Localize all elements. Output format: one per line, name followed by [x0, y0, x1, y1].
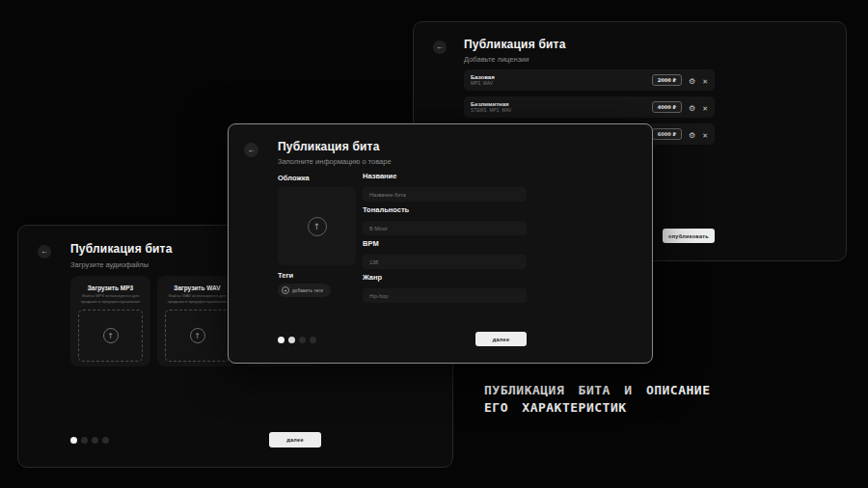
progress-dot	[278, 337, 285, 343]
license-settings-button[interactable]: ⚙	[689, 100, 695, 113]
add-tags-label: добавить теги	[292, 288, 323, 293]
license-name: Базовая	[471, 74, 652, 80]
close-icon: ✕	[702, 132, 708, 140]
next-button[interactable]: далее	[475, 332, 527, 346]
license-row: Безлимитная STEMS, MP3, WAV 4000 ₽ ⚙ ✕	[464, 96, 715, 118]
license-remove-button[interactable]: ✕	[702, 73, 708, 86]
upload-card-wav: Загрузить WAV Файлы WAV используются для…	[157, 276, 237, 366]
upload-card-mp3: Загрузить MP3 Файлы MP3 используются для…	[70, 276, 150, 366]
caption-line: ЕГО ХАРАКТЕРИСТИК	[484, 399, 711, 417]
progress-dot	[310, 337, 316, 343]
genre-input[interactable]	[363, 288, 527, 303]
license-remove-button[interactable]: ✕	[702, 127, 708, 140]
license-formats: MP3, WAV	[471, 81, 652, 86]
field-group: Тональность	[363, 205, 527, 235]
license-price-chip: 6000 ₽	[652, 128, 682, 140]
license-price-chip: 2000 ₽	[652, 74, 682, 86]
back-button[interactable]: ←	[433, 41, 447, 54]
progress-dots	[70, 437, 109, 444]
bpm-label: BPM	[363, 239, 527, 248]
page-title: Публикация бита	[278, 140, 380, 153]
back-button[interactable]: ←	[38, 245, 51, 258]
caption: ПУБЛИКАЦИЯ БИТА И ОПИСАНИЕ ЕГО ХАРАКТЕРИ…	[484, 382, 711, 416]
upload-arrow-icon: ↑	[103, 328, 119, 343]
cover-upload-area[interactable]: ↑	[278, 187, 356, 265]
field-group: Жанр	[363, 273, 527, 303]
field-group: BPM	[363, 239, 527, 269]
license-name: Безлимитная	[471, 101, 652, 107]
wav-dropzone[interactable]: ↑	[165, 310, 230, 362]
publish-button[interactable]: опубликовать	[663, 229, 715, 243]
progress-dot	[299, 337, 306, 343]
license-settings-button[interactable]: ⚙	[689, 73, 695, 86]
next-button[interactable]: далее	[269, 432, 321, 447]
key-label: Тональность	[363, 205, 527, 214]
close-icon: ✕	[702, 78, 708, 86]
gear-icon: ⚙	[689, 77, 695, 86]
cover-label: Обложка	[278, 174, 310, 182]
upload-card-description: Файлы MP3 используются для продажи и пре…	[78, 293, 143, 305]
back-arrow-icon: ←	[248, 146, 256, 154]
page-title: Публикация бита	[70, 242, 173, 256]
license-formats: STEMS, MP3, WAV	[471, 108, 652, 113]
progress-dot	[92, 437, 98, 444]
upload-card-title: Загрузить WAV	[157, 285, 237, 291]
license-row: Базовая MP3, WAV 2000 ₽ ⚙ ✕	[464, 69, 715, 91]
progress-dot	[70, 437, 77, 444]
upload-card-description: Файлы WAV используются для продажи и пре…	[165, 293, 230, 305]
page-title: Публикация бита	[464, 38, 566, 51]
beat-name-input[interactable]	[363, 187, 527, 202]
back-button[interactable]: ←	[244, 143, 258, 157]
page: ← Публикация бита Добавьте лицензии Базо…	[0, 0, 868, 488]
gear-icon: ⚙	[689, 104, 695, 113]
key-input[interactable]	[363, 221, 527, 235]
back-arrow-icon: ←	[436, 42, 444, 51]
upload-arrow-icon: ↑	[308, 217, 327, 236]
caption-line: ПУБЛИКАЦИЯ БИТА И ОПИСАНИЕ	[484, 382, 711, 399]
page-subtitle: Заполните информацию о товаре	[278, 157, 392, 166]
page-subtitle: Добавьте лицензии	[464, 55, 529, 64]
gear-icon: ⚙	[689, 131, 695, 140]
progress-dots	[278, 337, 316, 343]
back-arrow-icon: ←	[41, 247, 48, 256]
add-tags-button[interactable]: + добавить теги	[278, 284, 331, 297]
field-group: Название	[363, 172, 527, 202]
progress-dot	[102, 437, 109, 444]
mp3-dropzone[interactable]: ↑	[78, 310, 143, 362]
close-icon: ✕	[702, 105, 708, 113]
license-meta: Базовая MP3, WAV	[471, 74, 652, 86]
license-remove-button[interactable]: ✕	[702, 100, 708, 113]
bpm-input[interactable]	[363, 255, 527, 269]
beat-info-form: Название Тональность BPM Жанр	[363, 172, 527, 307]
beat-name-label: Название	[363, 172, 527, 180]
genre-label: Жанр	[363, 273, 527, 282]
plus-circle-icon: +	[282, 286, 289, 294]
progress-dot	[81, 437, 88, 444]
tags-label: Теги	[278, 271, 293, 280]
page-subtitle: Загрузите аудиофайлы	[70, 260, 149, 269]
upload-arrow-icon: ↑	[190, 328, 205, 343]
upload-card-title: Загрузить MP3	[70, 285, 150, 291]
license-price-chip: 4000 ₽	[652, 101, 682, 113]
license-meta: Безлимитная STEMS, MP3, WAV	[471, 101, 652, 113]
progress-dot	[288, 337, 295, 343]
license-settings-button[interactable]: ⚙	[689, 127, 695, 140]
beat-info-modal: ← Публикация бита Заполните информацию о…	[228, 123, 653, 364]
